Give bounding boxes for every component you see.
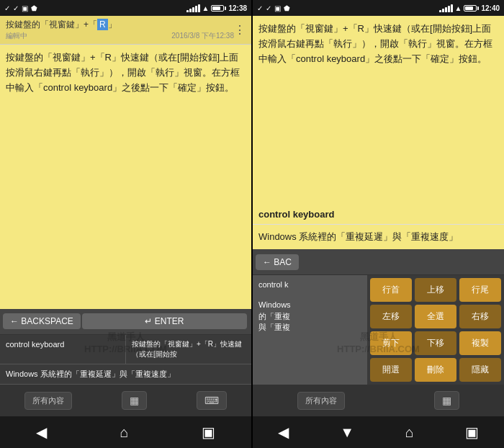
action-select-all[interactable]: 全選 [415,305,456,328]
right-suggestion-row-1: control k [253,275,367,295]
right-suggestion-2[interactable]: Windows的「重複與「重複 [253,295,367,337]
android-icon: ⬟ [31,4,37,12]
action-go-line-end[interactable]: 行尾 [459,278,501,302]
right-panel: ✓ ✓ ▣ ⬟ ▲ 12:40 按鍵盤的「視窗 [253,0,504,448]
left-note-content: 按鍵盤的「視窗鍵」+「R」快速鍵（或在[開始按鈕]上面按滑鼠右鍵再點「執行」），… [0,45,251,309]
right-wifi-icon: ▲ [455,4,462,12]
left-status-right: ▲ 12:38 [186,4,247,12]
left-all-content-label: 所有內容 [32,395,64,406]
right-time: 12:40 [481,4,500,12]
left-panel: ✓ ✓ ▣ ⬟ ▲ 12:38 [0,0,251,448]
left-keyboard-icon: ⌨ [204,395,219,406]
right-checkmark-icon: ✓ [266,4,271,12]
left-back-btn[interactable]: ◀ [27,421,55,444]
right-grid-icon: ▦ [442,395,451,406]
left-suggestion-1-col2[interactable]: 按鍵盤的「視窗鍵」+「R」快速鍵（或在[開始按 [126,335,251,364]
right-signal-icon [439,4,453,12]
left-home-btn[interactable]: ⌂ [111,421,137,444]
left-backspace-btn[interactable]: ← BACKSPACE [3,313,81,329]
right-suggestion-list: control k Windows的「重複與「重複 [253,275,367,385]
right-status-icons: ✓ ✓ ▣ ⬟ [257,4,290,12]
right-nav-bar: ◀ ▼ ⌂ ▣ [253,416,504,448]
right-android-icon: ⬟ [284,4,290,12]
left-status-icons: ✓ ✓ ▣ ⬟ [4,4,37,12]
action-move-down[interactable]: 下移 [415,331,456,355]
left-grid-icon: ▦ [130,395,139,406]
action-start-select[interactable]: 開選 [370,358,412,382]
right-bottom-bar: 所有內容 ▦ [253,385,504,416]
left-note-title-suffix: 」 [108,19,117,30]
left-note-status: 編輯中 [6,31,27,41]
left-enter-btn[interactable]: ↵ ENTER [82,313,247,329]
action-delete[interactable]: 刪除 [415,358,456,382]
signal-icon [186,4,200,12]
right-note-section2: Windows 系統裡的「重複延遲」與「重複速度」 [253,224,504,249]
action-cut[interactable]: 剪下 [370,331,412,355]
right-section1-text: control keyboard [258,209,334,220]
left-keyboard-area: ← BACKSPACE ↵ ENTER control keyboard 按鍵盤… [0,309,251,416]
action-hide[interactable]: 隱藏 [459,358,501,382]
wifi-icon: ▲ [202,4,210,12]
action-move-left[interactable]: 左移 [370,305,412,328]
action-copy[interactable]: 複製 [459,331,501,355]
check-icon: ✓ [4,4,10,12]
right-battery-icon [464,5,479,12]
right-note-content: 按鍵盤的「視窗鍵」+「R」快速鍵（或在[開始按鈕]上面按滑鼠右鍵再點「執行」），… [253,16,504,205]
right-autocomplete-bar: ← BAC [253,249,504,275]
left-nav-bar: ◀ ⌂ ▣ [0,416,251,448]
right-suggestion-row-2: Windows的「重複與「重複 [253,295,367,338]
right-note-area: 按鍵盤的「視窗鍵」+「R」快速鍵（或在[開始按鈕]上面按滑鼠右鍵再點「執行」），… [253,16,504,249]
left-autocomplete-bar: ← BACKSPACE ↵ ENTER [0,309,251,335]
right-grid-btn[interactable]: ▦ [434,391,459,410]
left-note-text: 按鍵盤的「視窗鍵」+「R」快速鍵（或在[開始按鈕]上面按滑鼠右鍵再點「執行」），… [6,52,240,93]
battery-icon [211,5,226,12]
window-icon: ▣ [22,4,28,12]
right-action-grid: 行首 上移 行尾 左移 全選 右移 剪下 下移 複製 開選 刪除 隱藏 [367,275,504,385]
right-check-icon: ✓ [257,4,263,12]
left-suggestion-list: control keyboard 按鍵盤的「視窗鍵」+「R」快速鍵（或在[開始按… [0,335,251,385]
right-all-content-btn[interactable]: 所有內容 [297,392,345,410]
left-suggestion-1-col1[interactable]: control keyboard [0,335,126,364]
left-note-title-prefix: 按鍵盤的「視窗鍵」+「 [6,19,97,30]
left-bottom-bar: 所有內容 ▦ ⌨ [0,385,251,416]
left-note-header: 按鍵盤的「視窗鍵」+「R」 編輯中 2016/3/8 下午12:38 ⋮ [0,16,251,45]
left-note-title: 按鍵盤的「視窗鍵」+「R」 [6,19,234,31]
left-suggestion-row-1: control keyboard 按鍵盤的「視窗鍵」+「R」快速鍵（或在[開始按 [0,335,251,364]
right-status-right: ▲ 12:40 [439,4,500,12]
right-note-section1: control keyboard [253,205,504,224]
right-back-btn[interactable]: ◀ [269,421,297,444]
action-move-up[interactable]: 上移 [415,278,456,302]
left-status-bar: ✓ ✓ ▣ ⬟ ▲ 12:38 [0,0,251,16]
right-note-main-text: 按鍵盤的「視窗鍵」+「R」快速鍵（或在[開始按鈕]上面按滑鼠右鍵再點「執行」），… [258,23,492,64]
right-status-bar: ✓ ✓ ▣ ⬟ ▲ 12:40 [253,0,504,16]
right-section2-text: Windows 系統裡的「重複延遲」與「重複速度」 [258,231,458,242]
left-time: 12:38 [228,4,247,12]
left-suggestion-row-2: Windows 系統裡的「重複延遲」與「重複速度」 [0,364,251,385]
checkmark-icon: ✓ [13,4,19,12]
right-down-btn[interactable]: ▼ [331,421,363,444]
left-menu-icon[interactable]: ⋮ [234,23,246,37]
right-backspace-btn[interactable]: ← BAC [256,254,299,270]
left-recent-btn[interactable]: ▣ [193,421,224,444]
left-grid-btn[interactable]: ▦ [122,391,147,410]
right-home-btn[interactable]: ⌂ [397,421,423,444]
left-keyboard-btn[interactable]: ⌨ [197,391,227,410]
action-go-line-start[interactable]: 行首 [370,278,412,302]
right-tabs-btn[interactable]: ▣ [456,421,487,444]
action-move-right[interactable]: 右移 [459,305,501,328]
left-note-highlight: R [97,19,108,30]
left-note-date: 2016/3/8 下午12:38 [171,31,234,41]
left-suggestion-2-col1[interactable]: Windows 系統裡的「重複延遲」與「重複速度」 [0,364,251,384]
right-window-icon: ▣ [274,4,281,12]
left-all-content-btn[interactable]: 所有內容 [24,392,72,410]
left-note-title-area: 按鍵盤的「視窗鍵」+「R」 編輯中 2016/3/8 下午12:38 [6,19,234,41]
right-keyboard-main: control k Windows的「重複與「重複 行首 上移 行尾 左移 全選… [253,275,504,385]
right-all-content-label: 所有內容 [305,395,337,406]
right-keyboard-area: ← BAC control k Windows的「重複與「重複 行首 上移 行尾… [253,249,504,416]
right-suggestion-1[interactable]: control k [253,275,367,295]
left-note-area: 按鍵盤的「視窗鍵」+「R」 編輯中 2016/3/8 下午12:38 ⋮ 按鍵盤… [0,16,251,309]
